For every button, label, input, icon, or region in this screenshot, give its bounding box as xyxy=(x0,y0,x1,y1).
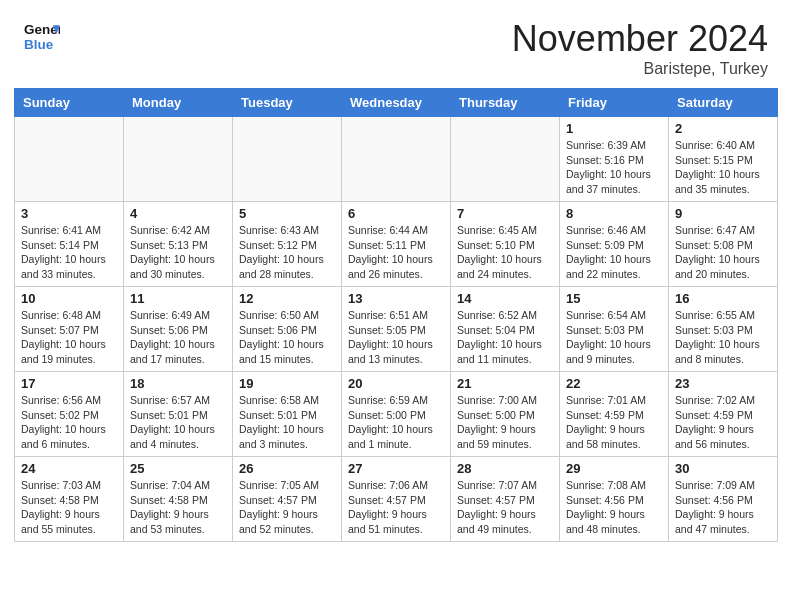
day-info: Sunrise: 6:54 AMSunset: 5:03 PMDaylight:… xyxy=(566,308,662,367)
calendar-cell xyxy=(124,117,233,202)
day-info: Sunrise: 6:40 AMSunset: 5:15 PMDaylight:… xyxy=(675,138,771,197)
day-number: 1 xyxy=(566,121,662,136)
logo-icon: General Blue xyxy=(24,18,60,54)
day-number: 25 xyxy=(130,461,226,476)
day-info: Sunrise: 6:42 AMSunset: 5:13 PMDaylight:… xyxy=(130,223,226,282)
location: Baristepe, Turkey xyxy=(512,60,768,78)
day-number: 12 xyxy=(239,291,335,306)
day-info: Sunrise: 6:48 AMSunset: 5:07 PMDaylight:… xyxy=(21,308,117,367)
day-number: 8 xyxy=(566,206,662,221)
calendar-cell xyxy=(342,117,451,202)
day-number: 10 xyxy=(21,291,117,306)
calendar-cell: 13Sunrise: 6:51 AMSunset: 5:05 PMDayligh… xyxy=(342,287,451,372)
weekday-header-row: SundayMondayTuesdayWednesdayThursdayFrid… xyxy=(15,89,778,117)
calendar-cell: 1Sunrise: 6:39 AMSunset: 5:16 PMDaylight… xyxy=(560,117,669,202)
day-number: 17 xyxy=(21,376,117,391)
day-number: 18 xyxy=(130,376,226,391)
calendar-cell: 27Sunrise: 7:06 AMSunset: 4:57 PMDayligh… xyxy=(342,457,451,542)
week-row-3: 10Sunrise: 6:48 AMSunset: 5:07 PMDayligh… xyxy=(15,287,778,372)
logo: General Blue xyxy=(24,18,64,54)
day-number: 11 xyxy=(130,291,226,306)
day-info: Sunrise: 6:51 AMSunset: 5:05 PMDaylight:… xyxy=(348,308,444,367)
day-number: 5 xyxy=(239,206,335,221)
day-info: Sunrise: 6:50 AMSunset: 5:06 PMDaylight:… xyxy=(239,308,335,367)
calendar-cell: 15Sunrise: 6:54 AMSunset: 5:03 PMDayligh… xyxy=(560,287,669,372)
day-info: Sunrise: 7:03 AMSunset: 4:58 PMDaylight:… xyxy=(21,478,117,537)
day-number: 13 xyxy=(348,291,444,306)
calendar-cell: 11Sunrise: 6:49 AMSunset: 5:06 PMDayligh… xyxy=(124,287,233,372)
day-info: Sunrise: 6:47 AMSunset: 5:08 PMDaylight:… xyxy=(675,223,771,282)
day-number: 4 xyxy=(130,206,226,221)
day-number: 27 xyxy=(348,461,444,476)
day-number: 23 xyxy=(675,376,771,391)
day-number: 14 xyxy=(457,291,553,306)
svg-text:Blue: Blue xyxy=(24,37,54,52)
day-number: 9 xyxy=(675,206,771,221)
calendar-cell: 19Sunrise: 6:58 AMSunset: 5:01 PMDayligh… xyxy=(233,372,342,457)
day-info: Sunrise: 7:09 AMSunset: 4:56 PMDaylight:… xyxy=(675,478,771,537)
day-info: Sunrise: 6:59 AMSunset: 5:00 PMDaylight:… xyxy=(348,393,444,452)
calendar-cell: 22Sunrise: 7:01 AMSunset: 4:59 PMDayligh… xyxy=(560,372,669,457)
weekday-header-saturday: Saturday xyxy=(669,89,778,117)
weekday-header-wednesday: Wednesday xyxy=(342,89,451,117)
day-info: Sunrise: 6:52 AMSunset: 5:04 PMDaylight:… xyxy=(457,308,553,367)
week-row-1: 1Sunrise: 6:39 AMSunset: 5:16 PMDaylight… xyxy=(15,117,778,202)
day-number: 22 xyxy=(566,376,662,391)
calendar-cell: 4Sunrise: 6:42 AMSunset: 5:13 PMDaylight… xyxy=(124,202,233,287)
calendar-cell xyxy=(233,117,342,202)
day-info: Sunrise: 6:44 AMSunset: 5:11 PMDaylight:… xyxy=(348,223,444,282)
calendar-cell: 12Sunrise: 6:50 AMSunset: 5:06 PMDayligh… xyxy=(233,287,342,372)
svg-text:General: General xyxy=(24,22,60,37)
day-number: 3 xyxy=(21,206,117,221)
calendar-wrapper: SundayMondayTuesdayWednesdayThursdayFrid… xyxy=(0,88,792,556)
day-info: Sunrise: 7:05 AMSunset: 4:57 PMDaylight:… xyxy=(239,478,335,537)
day-number: 2 xyxy=(675,121,771,136)
calendar-cell: 14Sunrise: 6:52 AMSunset: 5:04 PMDayligh… xyxy=(451,287,560,372)
weekday-header-thursday: Thursday xyxy=(451,89,560,117)
day-number: 26 xyxy=(239,461,335,476)
day-info: Sunrise: 7:06 AMSunset: 4:57 PMDaylight:… xyxy=(348,478,444,537)
day-info: Sunrise: 6:56 AMSunset: 5:02 PMDaylight:… xyxy=(21,393,117,452)
day-number: 20 xyxy=(348,376,444,391)
calendar-cell xyxy=(451,117,560,202)
day-info: Sunrise: 6:55 AMSunset: 5:03 PMDaylight:… xyxy=(675,308,771,367)
day-info: Sunrise: 6:57 AMSunset: 5:01 PMDaylight:… xyxy=(130,393,226,452)
week-row-2: 3Sunrise: 6:41 AMSunset: 5:14 PMDaylight… xyxy=(15,202,778,287)
day-info: Sunrise: 7:07 AMSunset: 4:57 PMDaylight:… xyxy=(457,478,553,537)
calendar-cell xyxy=(15,117,124,202)
day-info: Sunrise: 6:39 AMSunset: 5:16 PMDaylight:… xyxy=(566,138,662,197)
calendar-cell: 10Sunrise: 6:48 AMSunset: 5:07 PMDayligh… xyxy=(15,287,124,372)
month-title: November 2024 xyxy=(512,18,768,60)
header-right: November 2024 Baristepe, Turkey xyxy=(512,18,768,78)
day-info: Sunrise: 6:58 AMSunset: 5:01 PMDaylight:… xyxy=(239,393,335,452)
calendar-cell: 6Sunrise: 6:44 AMSunset: 5:11 PMDaylight… xyxy=(342,202,451,287)
weekday-header-monday: Monday xyxy=(124,89,233,117)
calendar-cell: 30Sunrise: 7:09 AMSunset: 4:56 PMDayligh… xyxy=(669,457,778,542)
week-row-4: 17Sunrise: 6:56 AMSunset: 5:02 PMDayligh… xyxy=(15,372,778,457)
day-number: 30 xyxy=(675,461,771,476)
page-header: General Blue November 2024 Baristepe, Tu… xyxy=(0,0,792,88)
day-number: 24 xyxy=(21,461,117,476)
calendar-cell: 7Sunrise: 6:45 AMSunset: 5:10 PMDaylight… xyxy=(451,202,560,287)
day-info: Sunrise: 7:01 AMSunset: 4:59 PMDaylight:… xyxy=(566,393,662,452)
calendar-cell: 2Sunrise: 6:40 AMSunset: 5:15 PMDaylight… xyxy=(669,117,778,202)
calendar-cell: 8Sunrise: 6:46 AMSunset: 5:09 PMDaylight… xyxy=(560,202,669,287)
day-info: Sunrise: 6:45 AMSunset: 5:10 PMDaylight:… xyxy=(457,223,553,282)
calendar-cell: 3Sunrise: 6:41 AMSunset: 5:14 PMDaylight… xyxy=(15,202,124,287)
calendar-cell: 29Sunrise: 7:08 AMSunset: 4:56 PMDayligh… xyxy=(560,457,669,542)
day-info: Sunrise: 7:04 AMSunset: 4:58 PMDaylight:… xyxy=(130,478,226,537)
day-info: Sunrise: 6:46 AMSunset: 5:09 PMDaylight:… xyxy=(566,223,662,282)
weekday-header-sunday: Sunday xyxy=(15,89,124,117)
calendar-cell: 16Sunrise: 6:55 AMSunset: 5:03 PMDayligh… xyxy=(669,287,778,372)
calendar-cell: 5Sunrise: 6:43 AMSunset: 5:12 PMDaylight… xyxy=(233,202,342,287)
day-number: 29 xyxy=(566,461,662,476)
day-info: Sunrise: 6:49 AMSunset: 5:06 PMDaylight:… xyxy=(130,308,226,367)
calendar-cell: 25Sunrise: 7:04 AMSunset: 4:58 PMDayligh… xyxy=(124,457,233,542)
weekday-header-tuesday: Tuesday xyxy=(233,89,342,117)
day-number: 21 xyxy=(457,376,553,391)
day-info: Sunrise: 7:00 AMSunset: 5:00 PMDaylight:… xyxy=(457,393,553,452)
day-number: 19 xyxy=(239,376,335,391)
calendar-table: SundayMondayTuesdayWednesdayThursdayFrid… xyxy=(14,88,778,542)
day-info: Sunrise: 6:41 AMSunset: 5:14 PMDaylight:… xyxy=(21,223,117,282)
calendar-cell: 28Sunrise: 7:07 AMSunset: 4:57 PMDayligh… xyxy=(451,457,560,542)
